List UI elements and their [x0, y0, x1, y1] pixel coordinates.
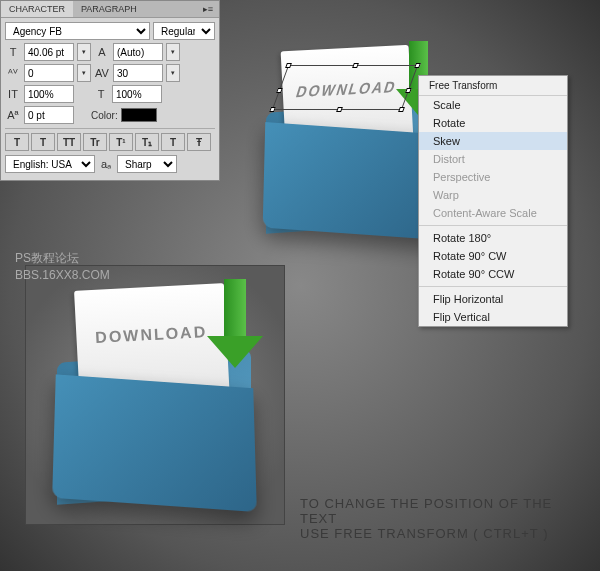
faux-bold-button[interactable]: T: [5, 133, 29, 151]
tracking-input[interactable]: [113, 64, 163, 82]
subscript-button[interactable]: T₁: [135, 133, 159, 151]
faux-italic-button[interactable]: T: [31, 133, 55, 151]
handle-icon[interactable]: [285, 63, 292, 68]
baseline-input[interactable]: [24, 106, 74, 124]
folder-icon-preview-2: DOWNLOAD: [25, 265, 285, 525]
watermark-line1: PS教程论坛: [15, 250, 110, 267]
handle-icon[interactable]: [276, 88, 283, 93]
tab-paragraph[interactable]: PARAGRAPH: [73, 1, 145, 17]
vscale-input[interactable]: [24, 85, 74, 103]
leading-icon: A: [94, 44, 110, 60]
antialias-select[interactable]: Sharp: [117, 155, 177, 173]
download-arrow: [207, 279, 264, 382]
separator: [419, 225, 567, 226]
separator: [419, 286, 567, 287]
document-text: DOWNLOAD: [94, 322, 207, 346]
language-select[interactable]: English: USA: [5, 155, 95, 173]
ctx-rotate-90cw[interactable]: Rotate 90° CW: [419, 247, 567, 265]
handle-icon[interactable]: [352, 63, 359, 68]
caption-line1: TO CHANGE THE POSITION OF THE TEXT: [300, 496, 560, 526]
font-size-input[interactable]: [24, 43, 74, 61]
ctx-warp: Warp: [419, 186, 567, 204]
allcaps-button[interactable]: TT: [57, 133, 81, 151]
ctx-rotate-90ccw[interactable]: Rotate 90° CCW: [419, 265, 567, 283]
caption-line2: USE FREE TRANSFORM ( CTRL+T ): [300, 526, 560, 541]
panel-tabs: CHARACTER PARAGRAPH ▸≡: [1, 1, 219, 18]
dropdown-icon[interactable]: ▾: [77, 64, 91, 82]
underline-button[interactable]: T: [161, 133, 185, 151]
panel-menu-icon[interactable]: ▸≡: [197, 1, 219, 17]
style-buttons: T T TT Tr T¹ T₁ T Ŧ: [5, 128, 215, 151]
tab-character[interactable]: CHARACTER: [1, 1, 73, 17]
font-family-select[interactable]: Agency FB: [5, 22, 150, 40]
aa-icon: aₐ: [98, 156, 114, 172]
strike-button[interactable]: Ŧ: [187, 133, 211, 151]
folder-front: [53, 374, 258, 511]
transform-context-menu: Free Transform Scale Rotate Skew Distort…: [418, 75, 568, 327]
color-label: Color:: [91, 110, 118, 121]
ctx-skew[interactable]: Skew: [419, 132, 567, 150]
leading-input[interactable]: [113, 43, 163, 61]
instruction-caption: TO CHANGE THE POSITION OF THE TEXT USE F…: [300, 496, 560, 541]
color-swatch[interactable]: [121, 108, 157, 122]
dropdown-icon[interactable]: ▾: [166, 43, 180, 61]
dropdown-icon[interactable]: ▾: [166, 64, 180, 82]
watermark: PS教程论坛 BBS.16XX8.COM: [15, 250, 110, 284]
hscale-icon: T: [93, 86, 109, 102]
superscript-button[interactable]: T¹: [109, 133, 133, 151]
folder-front: [263, 122, 437, 239]
dropdown-icon[interactable]: ▾: [77, 43, 91, 61]
kerning-icon: ᴬⱽ: [5, 65, 21, 81]
ctx-flip-h[interactable]: Flip Horizontal: [419, 290, 567, 308]
baseline-icon: Aª: [5, 107, 21, 123]
hscale-input[interactable]: [112, 85, 162, 103]
tracking-icon: AV: [94, 65, 110, 81]
ctx-flip-v[interactable]: Flip Vertical: [419, 308, 567, 326]
watermark-line2: BBS.16XX8.COM: [15, 267, 110, 284]
smallcaps-button[interactable]: Tr: [83, 133, 107, 151]
ctx-rotate[interactable]: Rotate: [419, 114, 567, 132]
ctx-rotate-180[interactable]: Rotate 180°: [419, 229, 567, 247]
ctx-scale[interactable]: Scale: [419, 96, 567, 114]
kerning-input[interactable]: [24, 64, 74, 82]
ctx-content-aware: Content-Aware Scale: [419, 204, 567, 222]
vscale-icon: IT: [5, 86, 21, 102]
font-size-icon: T: [5, 44, 21, 60]
ctx-distort: Distort: [419, 150, 567, 168]
transform-bounding-box[interactable]: [272, 65, 418, 110]
character-panel: CHARACTER PARAGRAPH ▸≡ Agency FB Regular…: [0, 0, 220, 181]
font-weight-select[interactable]: Regular: [153, 22, 215, 40]
context-menu-header: Free Transform: [419, 76, 567, 96]
ctx-perspective: Perspective: [419, 168, 567, 186]
